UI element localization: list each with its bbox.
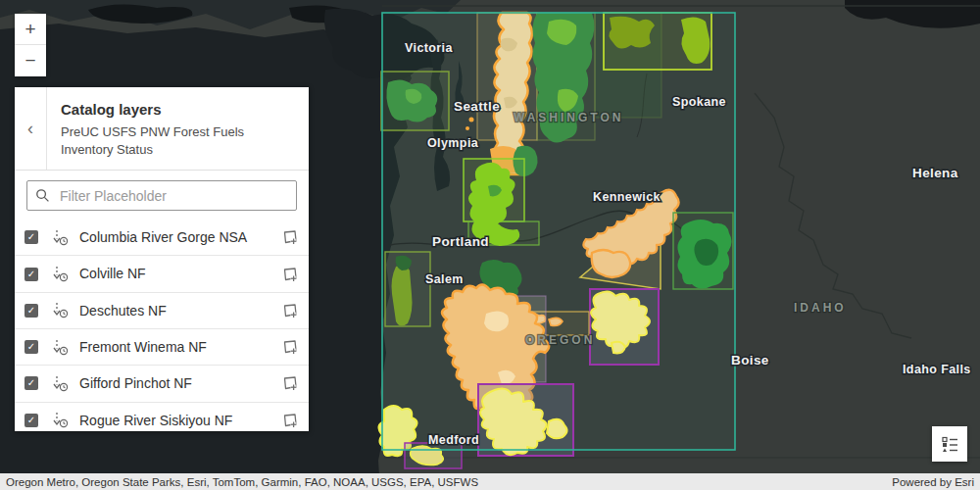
layer-label: Gifford Pinchot NF xyxy=(79,373,281,393)
add-layer-icon[interactable] xyxy=(281,266,299,283)
catalog-layer-icon xyxy=(51,411,70,429)
layer-label: Columbia River Gorge NSA xyxy=(79,227,281,247)
map-label-city: Medford xyxy=(428,433,479,447)
map-label-city: Helena xyxy=(912,166,958,180)
map-label-city: Spokane xyxy=(672,95,726,109)
attribution-bar: Oregon Metro, Oregon State Parks, Esri, … xyxy=(0,473,980,490)
catalog-layers-panel: ‹ Catalog layers PreUC USFS PNW Forest F… xyxy=(15,87,309,431)
attribution-sources: Oregon Metro, Oregon State Parks, Esri, … xyxy=(6,476,478,488)
catalog-layer-icon xyxy=(51,374,70,393)
map-application: Victoria Seattle Olympia Spokane Kennewi… xyxy=(0,0,980,490)
map-label-city: Salem xyxy=(425,272,464,286)
chevron-left-icon: ‹ xyxy=(27,119,33,139)
layer-checkbox[interactable] xyxy=(24,376,38,390)
map-label-state: WASHINGTON xyxy=(514,111,623,124)
filter-box xyxy=(26,180,297,211)
layer-list: Columbia River Gorge NSA xyxy=(15,220,309,431)
layer-row[interactable]: Fremont Winema NF xyxy=(15,329,309,366)
catalog-layer-icon xyxy=(51,301,70,319)
layer-row[interactable]: Columbia River Gorge NSA xyxy=(15,220,309,256)
panel-title: Catalog layers xyxy=(61,101,295,118)
layer-row[interactable]: Colville NF xyxy=(15,256,309,292)
layer-checkbox[interactable] xyxy=(24,340,38,354)
back-button[interactable]: ‹ xyxy=(15,87,47,170)
forest-siuslaw xyxy=(385,252,430,326)
catalog-layer-icon xyxy=(51,265,70,283)
layer-row[interactable]: Deschutes NF xyxy=(15,293,309,329)
map-label-city: Seattle xyxy=(454,99,500,114)
map-label-state: IDAHO xyxy=(794,301,847,315)
catalog-layer-icon xyxy=(51,338,70,357)
catalog-layer-icon xyxy=(51,228,70,247)
search-icon xyxy=(35,188,50,203)
zoom-controls: + − xyxy=(15,14,46,76)
add-layer-icon[interactable] xyxy=(281,338,299,356)
add-layer-icon[interactable] xyxy=(281,228,299,246)
forest-olympic xyxy=(381,72,449,130)
layer-label: Fremont Winema NF xyxy=(79,337,281,357)
map-label-city: Victoria xyxy=(405,41,453,55)
add-layer-icon[interactable] xyxy=(281,374,299,392)
map-label-city: Portland xyxy=(432,234,489,249)
forest-malheur xyxy=(590,289,659,365)
map-label-state: OREGON xyxy=(525,333,595,347)
map-label-city: Boise xyxy=(731,353,769,368)
zoom-out-button[interactable]: − xyxy=(15,45,46,76)
panel-titles: Catalog layers PreUC USFS PNW Forest Fue… xyxy=(47,87,309,170)
add-layer-icon[interactable] xyxy=(281,412,299,429)
map-label-city: Olympia xyxy=(427,136,479,150)
map-label-city: Kennewick xyxy=(593,190,661,204)
filter-input[interactable] xyxy=(58,187,288,205)
zoom-in-button[interactable]: + xyxy=(15,14,46,45)
forest-fremont-winema xyxy=(478,384,573,456)
forest-wallowa-whitman xyxy=(673,213,733,289)
layer-label: Rogue River Siskiyou NF xyxy=(79,411,281,430)
layer-label: Colville NF xyxy=(79,264,281,283)
legend-list-icon xyxy=(938,432,961,456)
layer-label: Deschutes NF xyxy=(79,301,281,320)
layer-row[interactable]: Rogue River Siskiyou NF xyxy=(15,403,309,431)
layer-checkbox[interactable] xyxy=(24,268,38,281)
layer-checkbox[interactable] xyxy=(24,230,38,244)
panel-header: ‹ Catalog layers PreUC USFS PNW Forest F… xyxy=(15,87,309,171)
layer-checkbox[interactable] xyxy=(24,414,38,427)
powered-by-esri: Powered by Esri xyxy=(892,476,974,488)
legend-button[interactable] xyxy=(932,426,967,462)
panel-subtitle: PreUC USFS PNW Forest Fuels Inventory St… xyxy=(61,123,267,158)
layer-row[interactable]: Gifford Pinchot NF xyxy=(15,366,309,402)
layer-checkbox[interactable] xyxy=(24,304,38,318)
add-layer-icon[interactable] xyxy=(281,302,299,319)
forest-colville xyxy=(604,13,711,70)
map-label-city: Idaho Falls xyxy=(903,363,971,376)
filter-section xyxy=(15,171,309,220)
